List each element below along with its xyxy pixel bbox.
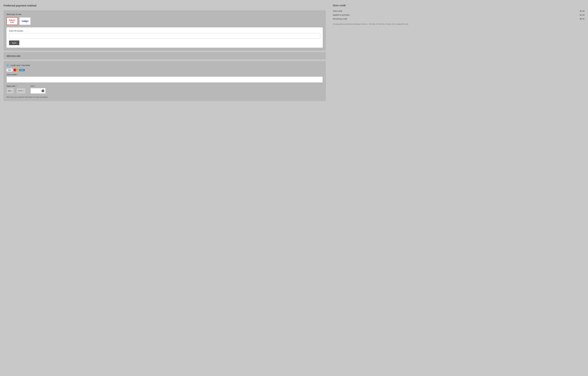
pin-input[interactable] <box>9 33 320 39</box>
apply-button[interactable]: Apply <box>9 41 19 45</box>
month-select[interactable]: MM 010203 040506 070809 101112 <box>8 90 11 92</box>
year-chevron-icon: ▾ <box>23 90 24 92</box>
kobo-text: kobo <box>9 21 15 23</box>
legal-text: All transactions processed by Rakuten Ko… <box>333 23 585 25</box>
mastercard-logo <box>14 68 18 71</box>
card-logos: VISA AMEX <box>7 68 323 71</box>
credit-card-section: Credit card / Visa Debit VISA AMEX Card … <box>3 61 326 101</box>
year-select-wrapper[interactable]: YYYY 202420252026 202720282029 203020312… <box>16 88 25 94</box>
pin-section: Kobo PIN Number Apply <box>7 27 323 48</box>
month-chevron-icon: ▾ <box>12 90 12 92</box>
card-option-rakuten-kobo[interactable]: Rakuten kobo <box>7 17 18 25</box>
promo-section: Add promo code <box>3 52 326 59</box>
visa-logo: VISA <box>7 69 12 71</box>
expiry-cvv-row: Expiry date * MM 010203 040506 070809 10… <box>7 85 323 94</box>
page-title: Preferred payment method <box>3 4 326 7</box>
left-column: Preferred payment method Select type of … <box>0 0 329 376</box>
expiry-label: Expiry date * <box>7 85 25 87</box>
card-number-label: Card number * <box>7 74 323 76</box>
year-select[interactable]: YYYY 202420252026 202720282029 203020312… <box>18 90 23 92</box>
save-notice: We'll save your payment information for … <box>7 96 323 98</box>
applied-purchase-value: -$1.00 <box>579 14 585 16</box>
rakuten-kobo-logo: Rakuten kobo <box>9 19 15 23</box>
remaining-credit-row: Remaining credit: $0.00 <box>333 18 585 20</box>
add-promo-code-link[interactable]: Add promo code <box>7 55 20 57</box>
amex-logo: AMEX <box>19 69 25 71</box>
month-select-wrapper[interactable]: MM 010203 040506 070809 101112 ▾ <box>7 88 14 94</box>
total-credit-label: Total credit: <box>333 10 342 12</box>
pin-label: Kobo PIN Number <box>9 30 320 32</box>
mastercard-right-circle <box>16 69 18 71</box>
card-number-input[interactable] <box>7 77 323 83</box>
expiry-selects: MM 010203 040506 070809 101112 ▾ / YYY <box>7 88 25 94</box>
remaining-credit-value: $0.00 <box>580 18 585 20</box>
applied-purchase-row: Applied to purchase: -$1.00 <box>333 14 585 16</box>
credit-card-radio-label: Credit card / Visa Debit <box>10 64 30 66</box>
cvv-label: CVV * <box>31 85 46 87</box>
right-column: Store credit Total credit: $1.00 Applied… <box>329 0 588 376</box>
card-type-label: Select type of card: <box>7 13 323 15</box>
credit-card-radio[interactable] <box>7 64 9 66</box>
card-option-indigo[interactable]: !ndigo <box>19 17 31 25</box>
total-credit-row: Total credit: $1.00 <box>333 10 585 12</box>
cvv-help-icon[interactable]: ? <box>42 89 44 92</box>
card-type-section: Select type of card: Rakuten kobo !ndigo… <box>3 10 326 51</box>
credit-card-radio-row: Credit card / Visa Debit <box>7 64 323 66</box>
cvv-group: CVV * ? <box>31 85 46 94</box>
remaining-credit-label: Remaining credit: <box>333 18 347 20</box>
card-type-options: Rakuten kobo !ndigo <box>7 17 323 25</box>
store-credit-title: Store credit <box>333 4 585 7</box>
indigo-logo: !ndigo <box>21 20 29 22</box>
total-credit-value: $1.00 <box>580 10 585 12</box>
expiry-group: Expiry date * MM 010203 040506 070809 10… <box>7 85 25 94</box>
applied-purchase-label: Applied to purchase: <box>333 14 350 16</box>
expiry-slash: / <box>15 90 15 92</box>
cvv-input-wrap: ? <box>31 88 46 94</box>
rakuten-text: Rakuten <box>9 19 15 21</box>
